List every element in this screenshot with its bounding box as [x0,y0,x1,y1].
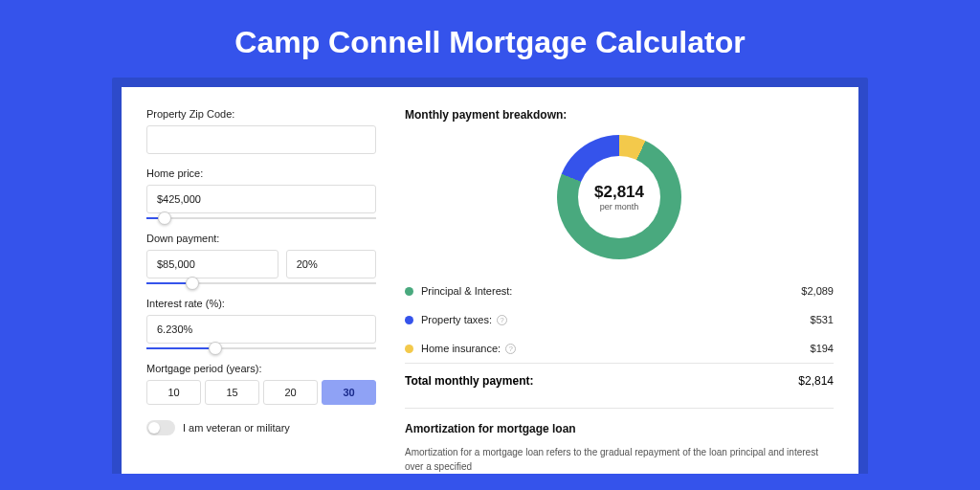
period-btn-30[interactable]: 30 [322,380,376,405]
interest-rate-slider[interactable] [146,347,376,349]
input-column: Property Zip Code: Home price: Down paym… [146,108,376,474]
home-price-input[interactable] [146,185,376,213]
veteran-toggle-knob [148,422,160,434]
period-btn-10[interactable]: 10 [146,380,201,405]
breakdown-label-insurance: Home insurance: ? [421,343,811,354]
breakdown-label-principal: Principal & Interest: [421,285,801,297]
veteran-toggle[interactable] [146,420,175,435]
mortgage-period-field: Mortgage period (years): 10 15 20 30 [146,363,376,405]
down-payment-amount-input[interactable] [146,250,278,278]
down-payment-slider[interactable] [146,282,376,284]
breakdown-row-principal: Principal & Interest: $2,089 [405,277,834,305]
breakdown-total-value: $2,814 [798,374,834,388]
breakdown-row-insurance: Home insurance: ? $194 [405,334,834,363]
down-payment-slider-handle[interactable] [186,277,199,290]
info-icon[interactable]: ? [497,315,507,325]
home-price-field: Home price: [146,167,376,219]
interest-rate-input[interactable] [146,315,376,344]
info-icon[interactable]: ? [505,344,516,354]
breakdown-label-taxes-text: Property taxes: [421,314,492,325]
breakdown-label-insurance-text: Home insurance: [421,343,501,354]
dot-principal-icon [405,287,413,296]
breakdown-total-row: Total monthly payment: $2,814 [405,363,834,398]
dot-insurance-icon [405,345,413,353]
interest-rate-label: Interest rate (%): [146,298,376,309]
zip-label: Property Zip Code: [146,108,376,120]
dot-taxes-icon [405,316,413,324]
mortgage-period-label: Mortgage period (years): [146,363,376,374]
home-price-slider-handle[interactable] [158,212,171,225]
donut-subtext: per month [600,202,639,212]
breakdown-value-taxes: $531 [811,314,834,325]
home-price-slider[interactable] [146,217,376,219]
amortization-body: Amortization for a mortgage loan refers … [405,445,834,474]
home-price-label: Home price: [146,167,376,179]
breakdown-total-label: Total monthly payment: [405,374,798,388]
donut-center: $2,814 per month [578,156,660,238]
interest-rate-slider-handle[interactable] [209,342,222,355]
calculator-shadow: Property Zip Code: Home price: Down paym… [112,78,868,474]
page-title: Camp Connell Mortgage Calculator [0,0,980,78]
donut-chart-wrap: $2,814 per month [405,135,834,259]
period-btn-20[interactable]: 20 [263,380,318,405]
mortgage-period-options: 10 15 20 30 [146,380,376,405]
breakdown-value-insurance: $194 [811,343,834,354]
amortization-title: Amortization for mortgage loan [405,422,834,435]
zip-field: Property Zip Code: [146,108,376,154]
calculator-card: Property Zip Code: Home price: Down paym… [122,87,858,474]
breakdown-value-principal: $2,089 [801,285,834,297]
down-payment-percent-input[interactable] [286,250,376,278]
veteran-toggle-label: I am veteran or military [183,422,290,434]
down-payment-label: Down payment: [146,233,376,244]
down-payment-field: Down payment: [146,233,376,284]
veteran-toggle-row: I am veteran or military [146,420,376,435]
zip-input[interactable] [146,125,376,154]
breakdown-column: Monthly payment breakdown: $2,814 per mo… [405,108,834,474]
amortization-section: Amortization for mortgage loan Amortizat… [405,408,834,474]
breakdown-label-taxes: Property taxes: ? [421,314,811,325]
breakdown-row-taxes: Property taxes: ? $531 [405,305,834,334]
donut-amount: $2,814 [594,183,644,202]
interest-rate-field: Interest rate (%): [146,298,376,349]
donut-chart: $2,814 per month [557,135,681,259]
breakdown-title: Monthly payment breakdown: [405,108,834,122]
period-btn-15[interactable]: 15 [205,380,259,405]
